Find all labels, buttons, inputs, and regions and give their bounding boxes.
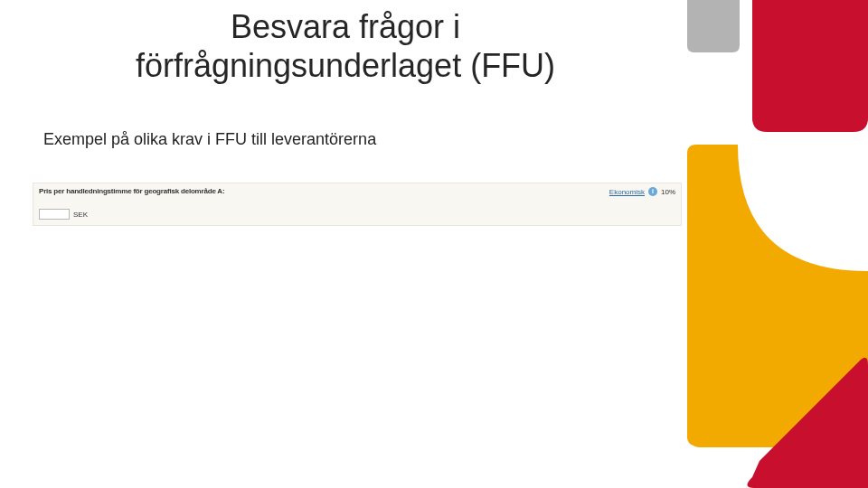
svg-rect-0 [687,145,868,447]
red-shape-top-icon [752,0,868,131]
weight-percent: 10% [661,188,675,196]
decorative-shapes [687,0,868,488]
info-icon[interactable]: i [648,187,657,196]
currency-suffix: SEK [73,211,88,219]
slide-subtitle: Exempel på olika krav i FFU till leveran… [43,130,376,149]
yellow-shape-icon [687,145,868,446]
economic-link[interactable]: Ekonomisk [609,188,645,196]
slide-title: Besvara frågor i förfrågningsunderlaget … [65,7,626,85]
grey-shape-icon [687,0,740,52]
price-requirement-box: Pris per handledningstimme för geografis… [33,183,682,226]
price-input[interactable] [39,209,70,220]
red-shape-bottom-icon [747,358,868,488]
price-label: Pris per handledningstimme för geografis… [39,187,224,195]
